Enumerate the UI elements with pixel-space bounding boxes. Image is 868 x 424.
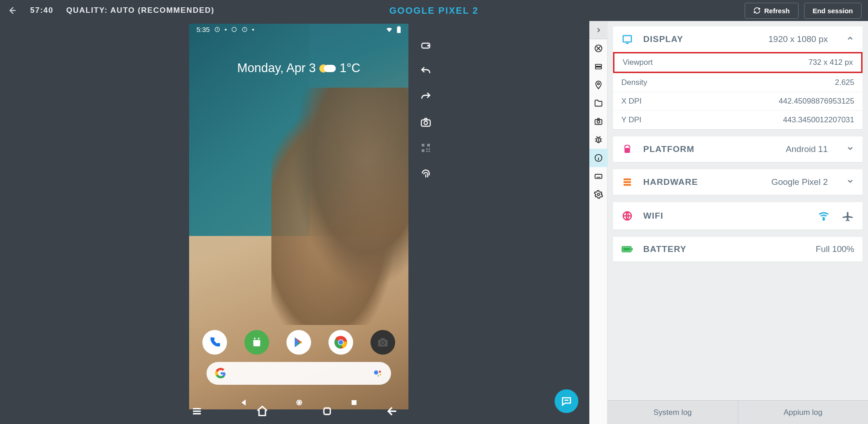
screenshot-tool[interactable] [419, 116, 432, 129]
airplane-mode-icon[interactable] [842, 209, 854, 222]
svg-point-9 [339, 340, 343, 345]
battery-card: BATTERY Full 100% [613, 237, 863, 262]
external-nav [185, 398, 404, 424]
platform-value: Android 11 [786, 144, 828, 154]
refresh-label: Refresh [764, 7, 790, 15]
android-app[interactable] [244, 330, 269, 355]
tab-files-icon[interactable] [589, 94, 608, 112]
row-label: X DPI [621, 97, 641, 106]
svg-rect-3 [397, 26, 401, 33]
refresh-button[interactable]: Refresh [745, 3, 799, 19]
wifi-label: WIFI [643, 211, 663, 221]
wifi-card: WIFI [613, 202, 863, 230]
chevron-up-icon [846, 34, 854, 44]
row-label: Y DPI [621, 115, 641, 125]
square-icon[interactable] [322, 406, 333, 417]
tab-info-icon[interactable] [589, 149, 608, 167]
svg-rect-46 [624, 178, 631, 180]
chrome-app[interactable] [328, 330, 353, 355]
row-value: 443.3450012207031 [783, 115, 854, 125]
display-row: Y DPI443.3450012207031 [613, 110, 863, 129]
fingerprint-tool[interactable] [419, 167, 432, 180]
svg-rect-30 [426, 151, 428, 152]
tab-location-icon[interactable] [589, 76, 608, 94]
row-label: Density [621, 78, 647, 87]
topbar-left: 57:40 QUALITY: AUTO (RECOMMENDED) [6, 5, 214, 16]
chevron-down-icon [846, 177, 854, 187]
log-tabs: System log Appium log [608, 400, 868, 424]
svg-rect-29 [429, 148, 430, 150]
topbar-right: Refresh End session [745, 3, 862, 19]
notification-icon [214, 26, 220, 32]
row-value: 442.45098876953125 [779, 97, 854, 106]
battery-label: BATTERY [643, 244, 687, 254]
hardware-header[interactable]: HARDWARE Google Pixel 2 [613, 169, 863, 195]
tab-clock-icon[interactable] [589, 39, 608, 58]
device-tools [419, 39, 432, 180]
qr-tool[interactable] [419, 141, 432, 154]
info-accordion: DISPLAY 1920 x 1080 px Viewport732 x 412… [608, 21, 868, 400]
tab-settings-icon[interactable] [589, 185, 608, 204]
svg-rect-26 [427, 144, 430, 147]
platform-card: PLATFORM Android 11 [613, 136, 863, 162]
platform-header[interactable]: PLATFORM Android 11 [613, 136, 863, 162]
svg-point-12 [381, 341, 384, 344]
redo-tool[interactable] [419, 90, 432, 103]
tab-storage-icon[interactable] [589, 58, 608, 76]
home-icon[interactable] [256, 405, 269, 418]
svg-rect-47 [624, 181, 631, 183]
back-icon[interactable] [386, 405, 398, 418]
info-panel: DISPLAY 1920 x 1080 px Viewport732 x 412… [589, 21, 868, 424]
menu-icon[interactable] [191, 405, 203, 417]
svg-point-1 [232, 27, 237, 32]
assistant-icon [373, 368, 383, 378]
display-icon [621, 34, 633, 45]
svg-point-38 [597, 120, 600, 123]
display-header[interactable]: DISPLAY 1920 x 1080 px [613, 26, 863, 52]
globe-icon [621, 210, 633, 221]
camera-app[interactable] [370, 330, 395, 355]
svg-rect-28 [426, 148, 428, 150]
undo-tool[interactable] [419, 65, 432, 78]
hardware-card: HARDWARE Google Pixel 2 [613, 169, 863, 195]
system-log-tab[interactable]: System log [608, 401, 738, 424]
svg-rect-41 [595, 174, 602, 178]
svg-rect-13 [381, 338, 385, 340]
play-store-app[interactable] [286, 330, 311, 355]
topbar: 57:40 QUALITY: AUTO (RECOMMENDED) GOOGLE… [0, 0, 868, 21]
svg-rect-48 [624, 184, 631, 186]
svg-rect-34 [595, 64, 601, 66]
back-button[interactable] [6, 5, 17, 16]
svg-rect-4 [398, 26, 399, 27]
rotate-tool[interactable] [419, 39, 432, 52]
weather-date: Monday, Apr 3 [237, 61, 316, 75]
svg-point-42 [597, 194, 599, 196]
phone-time: 5:35 [196, 26, 210, 33]
wifi-header[interactable]: WIFI [613, 202, 863, 230]
tab-keyboard-icon[interactable] [589, 167, 608, 185]
svg-rect-31 [429, 151, 430, 152]
phone-statusbar: 5:35 [189, 26, 408, 33]
phone-search-bar[interactable] [206, 362, 391, 385]
row-label: Viewport [623, 58, 653, 67]
row-value: 732 x 412 px [809, 58, 853, 67]
weather-temp: 1°C [339, 61, 360, 75]
svg-point-17 [378, 375, 379, 377]
phone-screen[interactable]: 5:35 Monday, Apr 3 1°C [189, 24, 408, 409]
refresh-icon [753, 7, 761, 14]
chat-button[interactable] [555, 389, 578, 413]
battery-icon [397, 26, 401, 33]
quality-label[interactable]: QUALITY: AUTO (RECOMMENDED) [66, 6, 214, 15]
notification-icon [242, 26, 248, 32]
phone-weather-widget[interactable]: Monday, Apr 3 1°C [189, 61, 408, 75]
tab-camera-icon[interactable] [589, 112, 608, 131]
tab-bug-icon[interactable] [589, 131, 608, 149]
end-session-button[interactable]: End session [804, 3, 862, 19]
battery-header[interactable]: BATTERY Full 100% [613, 237, 863, 262]
appium-log-tab[interactable]: Appium log [738, 401, 868, 424]
collapse-panel-button[interactable] [589, 21, 608, 39]
wifi-toggle-icon[interactable] [818, 210, 830, 222]
phone-app[interactable] [202, 330, 227, 355]
svg-point-22 [428, 45, 429, 46]
svg-rect-35 [595, 67, 601, 69]
